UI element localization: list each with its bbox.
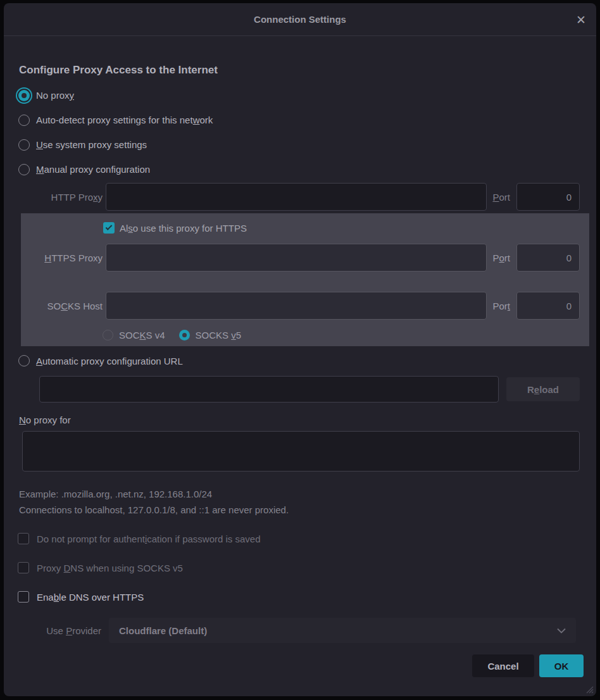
- radio-system-proxy[interactable]: [18, 139, 30, 151]
- no-proxy-for-textarea[interactable]: [22, 431, 580, 472]
- auto-url-row: Reload: [4, 376, 596, 403]
- cancel-button[interactable]: Cancel: [472, 654, 534, 677]
- https-port-label: Port: [492, 253, 510, 263]
- also-https-row: Also use this proxy for HTTPS: [4, 221, 596, 235]
- https-proxy-row: HTTPS Proxy Port: [4, 244, 596, 272]
- radio-socks-v4-label: SOCKS v4: [119, 330, 165, 341]
- doh-provider-row: Use Provider Cloudflare (Default): [4, 618, 596, 643]
- socks-host-row: SOCKS Host Port: [4, 292, 596, 320]
- socks-host-input: [106, 292, 487, 320]
- radio-auto-url-label: Automatic proxy configuration URL: [36, 356, 183, 366]
- enable-doh-checkbox[interactable]: [18, 591, 29, 603]
- socks-host-label: SOCKS Host: [16, 301, 103, 311]
- reload-button: Reload: [506, 377, 580, 401]
- radio-row-auto-detect[interactable]: Auto-detect proxy settings for this netw…: [4, 108, 596, 132]
- https-socks-highlight-section: Also use this proxy for HTTPS HTTPS Prox…: [4, 213, 596, 346]
- enable-doh-row[interactable]: Enable DNS over HTTPS: [4, 590, 596, 604]
- http-proxy-label: HTTP Proxy: [16, 192, 103, 203]
- no-proxy-for-label: No proxy for: [19, 415, 596, 426]
- no-proxy-example-text: Example: .mozilla.org, .net.nz, 192.168.…: [19, 489, 596, 499]
- https-port-input: [516, 244, 580, 272]
- also-https-label: Also use this proxy for HTTPS: [120, 223, 247, 234]
- http-proxy-row: HTTP Proxy Port: [4, 183, 596, 211]
- radio-row-system-proxy[interactable]: Use system proxy settings: [4, 132, 596, 157]
- proxy-dns-label: Proxy DNS when using SOCKS v5: [37, 563, 183, 573]
- http-proxy-input: [106, 183, 487, 211]
- radio-auto-detect[interactable]: [18, 115, 30, 126]
- socks-port-input: [516, 292, 580, 320]
- no-prompt-auth-row: Do not prompt for authentication if pass…: [4, 532, 596, 546]
- radio-socks-v4: [103, 330, 113, 341]
- never-proxied-note: Connections to localhost, 127.0.0.1/8, a…: [19, 504, 596, 515]
- radio-row-no-proxy[interactable]: No proxy: [4, 83, 596, 108]
- page-title: Configure Proxy Access to the Internet: [19, 64, 577, 77]
- dialog-titlebar: Connection Settings ✕: [4, 3, 596, 36]
- radio-socks-v5: [179, 330, 190, 341]
- http-port-input: [516, 183, 580, 211]
- https-proxy-input: [106, 244, 487, 272]
- radio-auto-detect-label: Auto-detect proxy settings for this netw…: [36, 115, 213, 125]
- radio-manual-proxy[interactable]: [18, 164, 30, 175]
- http-port-label: Port: [492, 192, 510, 203]
- radio-no-proxy[interactable]: [18, 90, 30, 101]
- doh-provider-value: Cloudflare (Default): [119, 625, 207, 636]
- chevron-down-icon: [557, 628, 566, 634]
- radio-socks-v5-label: SOCKS v5: [196, 330, 242, 341]
- radio-no-proxy-label: No proxy: [36, 90, 74, 101]
- proxy-dns-checkbox: [18, 562, 29, 573]
- ok-button[interactable]: OK: [539, 654, 584, 677]
- also-https-checkbox: [103, 222, 115, 234]
- enable-doh-label: Enable DNS over HTTPS: [37, 592, 144, 603]
- no-prompt-auth-checkbox: [18, 533, 29, 544]
- close-icon[interactable]: ✕: [576, 13, 586, 25]
- checkmark-icon: [106, 223, 113, 230]
- dialog-title: Connection Settings: [254, 14, 346, 25]
- connection-settings-dialog: Connection Settings ✕ Configure Proxy Ac…: [4, 3, 596, 696]
- radio-row-auto-url[interactable]: Automatic proxy configuration URL: [4, 349, 596, 373]
- radio-manual-proxy-label: Manual proxy configuration: [36, 164, 150, 175]
- auto-config-url-input: [39, 376, 499, 403]
- socks-version-row: SOCKS v4 SOCKS v5: [4, 328, 596, 342]
- radio-row-manual-proxy[interactable]: Manual proxy configuration: [4, 157, 596, 182]
- radio-system-proxy-label: Use system proxy settings: [36, 139, 147, 150]
- use-provider-label: Use Provider: [19, 625, 101, 636]
- radio-auto-url[interactable]: [18, 355, 30, 366]
- socks-port-label: Port: [492, 301, 510, 311]
- dialog-footer: Cancel OK: [4, 654, 596, 677]
- https-proxy-label: HTTPS Proxy: [16, 253, 103, 263]
- proxy-dns-row: Proxy DNS when using SOCKS v5: [4, 561, 596, 575]
- resize-grip[interactable]: [585, 685, 594, 694]
- doh-provider-select: Cloudflare (Default): [109, 618, 576, 643]
- no-prompt-auth-label: Do not prompt for authentication if pass…: [37, 534, 261, 544]
